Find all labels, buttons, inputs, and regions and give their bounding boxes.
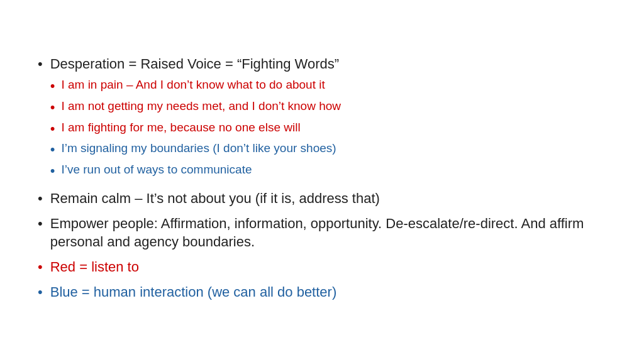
list-item-empower: • Empower people: Affirmation, informati… <box>38 214 606 251</box>
blue-legend-text: Blue = human interaction (we can all do … <box>50 283 606 302</box>
sub-text-needs: I am not getting my needs met, and I don… <box>61 98 341 114</box>
red-legend-text: Red = listen to <box>50 258 606 277</box>
slide-content: • Desperation = Raised Voice = “Fighting… <box>0 30 644 333</box>
sub-list-desperation: • I am in pain – And I don’t know what t… <box>50 77 606 180</box>
list-item-remain-calm: • Remain calm – It’s not about you (if i… <box>38 189 606 208</box>
sub-text-pain: I am in pain – And I don’t know what to … <box>61 77 325 93</box>
bullet-desperation: • <box>38 55 43 74</box>
empower-text: Empower people: Affirmation, information… <box>50 214 606 251</box>
sub-item-runout: • I’ve run out of ways to communicate <box>50 162 606 180</box>
sub-bullet-2: • <box>50 98 55 117</box>
sub-text-signaling: I’m signaling my boundaries (I don’t lik… <box>61 140 336 156</box>
sub-text-runout: I’ve run out of ways to communicate <box>61 162 252 178</box>
bullet-blue: • <box>38 283 43 302</box>
list-item-blue-legend: • Blue = human interaction (we can all d… <box>38 283 606 302</box>
sub-item-fighting: • I am fighting for me, because no one e… <box>50 119 606 138</box>
bullet-remain: • <box>38 189 43 208</box>
sub-text-fighting: I am fighting for me, because no one els… <box>61 119 300 136</box>
sub-item-signaling: • I’m signaling my boundaries (I don’t l… <box>50 140 606 159</box>
sub-item-needs: • I am not getting my needs met, and I d… <box>50 98 606 117</box>
remain-calm-text: Remain calm – It’s not about you (if it … <box>50 189 606 208</box>
bullet-empower: • <box>38 214 43 233</box>
desperation-text: Desperation = Raised Voice = “Fighting W… <box>50 56 339 72</box>
sub-bullet-3: • <box>50 119 55 138</box>
list-item-desperation: • Desperation = Raised Voice = “Fighting… <box>38 55 606 183</box>
list-item-red-legend: • Red = listen to <box>38 258 606 277</box>
main-list: • Desperation = Raised Voice = “Fighting… <box>38 55 606 302</box>
bullet-red: • <box>38 258 43 277</box>
sub-bullet-1: • <box>50 77 55 96</box>
sub-bullet-4: • <box>50 140 55 159</box>
sub-item-pain: • I am in pain – And I don’t know what t… <box>50 77 606 96</box>
sub-bullet-5: • <box>50 162 55 180</box>
